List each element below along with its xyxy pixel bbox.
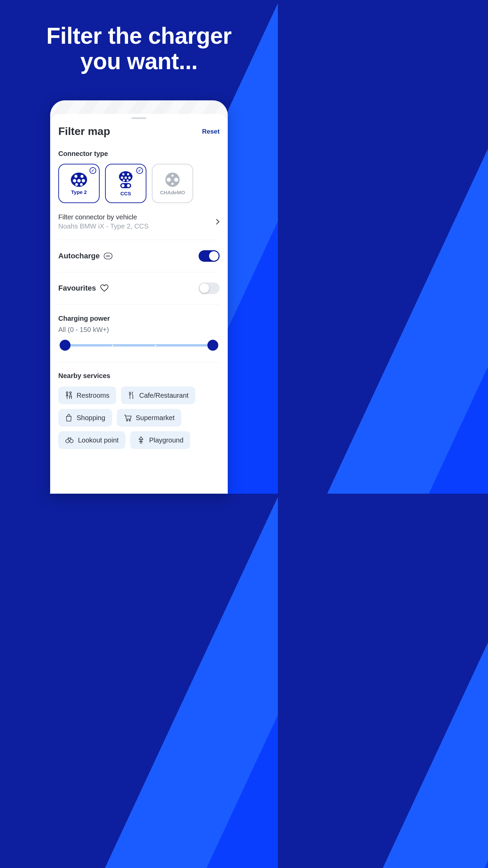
sheet-grabber[interactable] [131, 117, 146, 119]
check-icon: ✓ [89, 167, 96, 174]
ccs-connector-icon [118, 171, 134, 189]
type2-connector-icon [70, 172, 87, 187]
svg-point-17 [122, 184, 125, 187]
nearby-services-heading: Nearby services [58, 372, 220, 380]
svg-point-9 [122, 173, 125, 175]
restrooms-icon [65, 391, 73, 399]
slider-handle-min[interactable] [60, 340, 70, 351]
connector-label: CCS [120, 191, 131, 196]
vehicle-filter-title: Filter connector by vehicle [58, 213, 148, 221]
chademo-connector-icon [165, 172, 180, 188]
svg-point-20 [171, 174, 174, 176]
connector-label: Type 2 [71, 189, 87, 195]
hero-line-2: you want... [0, 48, 278, 74]
svg-point-14 [123, 179, 125, 181]
autocharge-icon: AC [104, 253, 113, 259]
charging-power-heading: Charging power [58, 315, 220, 322]
service-restrooms[interactable]: Restrooms [58, 387, 116, 404]
svg-point-3 [73, 179, 76, 182]
svg-point-27 [70, 392, 72, 394]
cart-icon [124, 414, 132, 422]
autocharge-label: Autocharge [58, 252, 100, 260]
favourites-row: Favourites [58, 272, 220, 304]
charging-power-value: All (0 - 150 kW+) [58, 326, 220, 334]
service-playground[interactable]: Playground [130, 431, 190, 449]
sheet-title: Filter map [58, 125, 110, 138]
binoculars-icon [65, 437, 74, 443]
charging-power-section: Charging power All (0 - 150 kW+) [58, 315, 220, 362]
chip-label: Supermarket [136, 414, 175, 422]
chip-label: Shopping [77, 414, 105, 422]
connector-label: CHAdeMO [160, 190, 185, 195]
connector-ccs[interactable]: ✓ CCS [105, 164, 146, 203]
connector-type-heading: Connector type [58, 150, 220, 158]
chip-label: Lookout point [78, 436, 119, 444]
reset-button[interactable]: Reset [202, 128, 220, 135]
service-cafe-restaurant[interactable]: Cafe/Restaurant [121, 387, 196, 404]
service-lookout-point[interactable]: Lookout point [58, 431, 125, 449]
power-range-slider[interactable] [60, 342, 218, 349]
filter-by-vehicle-row[interactable]: Filter connector by vehicle Noahs BMW iX… [58, 213, 220, 240]
shopping-bag-icon [65, 414, 73, 422]
svg-point-26 [66, 392, 68, 394]
filter-sheet: Filter map Reset Connector type ✓ Type [50, 114, 228, 494]
hero-line-1: Filter the charger [0, 23, 278, 48]
svg-point-2 [81, 175, 84, 178]
svg-point-11 [121, 176, 123, 179]
svg-point-23 [174, 178, 178, 182]
svg-point-4 [77, 179, 81, 182]
check-icon: ✓ [136, 167, 143, 174]
service-shopping[interactable]: Shopping [58, 409, 112, 427]
slider-handle-max[interactable] [207, 340, 218, 351]
connector-list: ✓ Type 2 ✓ [58, 164, 220, 203]
svg-point-13 [128, 176, 130, 179]
svg-point-29 [129, 420, 130, 421]
nearby-services-section: Nearby services Restrooms Cafe/Restauran… [58, 372, 220, 449]
hero-heading: Filter the charger you want... [0, 0, 278, 74]
svg-point-18 [127, 184, 130, 187]
chip-label: Cafe/Restaurant [139, 392, 189, 399]
favourites-toggle[interactable] [199, 282, 220, 294]
svg-point-6 [75, 183, 78, 186]
service-supermarket[interactable]: Supermarket [117, 409, 182, 427]
svg-point-28 [126, 420, 128, 421]
svg-text:AC: AC [106, 254, 110, 258]
svg-point-7 [80, 183, 83, 186]
svg-point-5 [82, 179, 85, 182]
svg-point-12 [124, 176, 127, 179]
connector-chademo[interactable]: CHAdeMO [152, 164, 193, 203]
chip-label: Playground [149, 436, 183, 444]
autocharge-row: Autocharge AC [58, 240, 220, 272]
connector-type2[interactable]: ✓ Type 2 [58, 164, 100, 203]
playground-icon [137, 436, 145, 444]
svg-point-1 [75, 175, 78, 178]
heart-icon [100, 284, 109, 292]
vehicle-filter-subtitle: Noahs BMW iX - Type 2, CCS [58, 222, 148, 230]
favourites-label: Favourites [58, 284, 96, 293]
svg-point-15 [127, 179, 129, 181]
svg-point-10 [127, 173, 129, 175]
svg-point-22 [167, 178, 171, 182]
autocharge-toggle[interactable] [199, 250, 220, 262]
chevron-right-icon [216, 219, 220, 224]
service-chip-list: Restrooms Cafe/Restaurant Shopping Super… [58, 387, 220, 449]
chip-label: Restrooms [77, 392, 109, 399]
svg-point-30 [66, 439, 69, 443]
svg-point-31 [70, 439, 73, 443]
restaurant-icon [128, 391, 135, 399]
svg-point-21 [171, 182, 174, 184]
phone-frame: Filter map Reset Connector type ✓ Type [50, 100, 228, 494]
